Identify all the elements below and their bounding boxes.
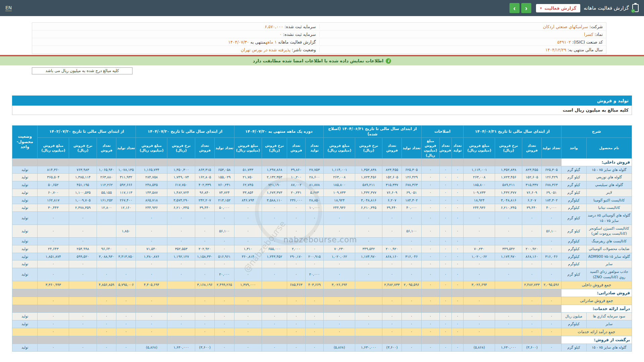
value-cell: ۲,۳۷۸,۳۵۹ <box>69 204 97 212</box>
status-cell <box>12 297 38 305</box>
value-cell: ۱۸۵,۸۰۰ <box>324 181 355 189</box>
value-cell: ۰ <box>136 328 167 336</box>
value-cell: ۰ <box>324 260 355 268</box>
value-cell: ۱,۲۴۳,۴۵۲ <box>262 253 287 260</box>
value-cell: ۰ <box>402 328 421 336</box>
value-cell: ۲۰۰,۹۱۵ <box>305 253 323 260</box>
value-cell: ۱۲,۱۶۰ <box>116 204 136 212</box>
next-report-button[interactable]: › <box>509 3 520 13</box>
production-sales-header: تولید و فروش <box>12 96 632 106</box>
column-group-header: از ابتدای سال مالی تا تاریخ ۱۴۰۳/۰۷/۳۰ <box>38 126 136 138</box>
value-cell: ۴,۴۰۵,۶۹۴ <box>136 281 167 289</box>
info-label: نماد: <box>593 32 603 37</box>
value-cell: ۰ <box>97 313 116 320</box>
value-cell: ۱,۷۲۳,۴۵۶ <box>355 174 382 181</box>
value-cell: ۷۱,۵۴۰ <box>136 245 167 253</box>
value-cell: ۰ <box>495 260 522 268</box>
status-cell: تولید <box>12 313 38 320</box>
value-cell: ۲۱۳,۱۵۲ <box>215 196 234 204</box>
value-cell: ۲۸,۸۵۰ <box>305 196 323 204</box>
value-cell: ۳۱۶,۰۴۶ <box>402 253 421 260</box>
value-cell: ۲۱,۷۵۰ <box>234 174 262 181</box>
value-cell: ۱,۰۷۸,۱۳۵ <box>116 166 136 174</box>
section-cell <box>522 305 542 313</box>
status-cell: تولید <box>12 320 38 328</box>
value-cell: ۰ <box>495 238 522 245</box>
info-label: گزارش فعالیت ماهانه <box>277 40 316 45</box>
value-cell: ۰ <box>305 313 323 320</box>
value-cell <box>97 260 116 268</box>
value-cell: ۲۴۲,۲۰۷ <box>195 196 215 204</box>
status-cell: تولید <box>12 245 38 253</box>
value-cell: ۰ <box>542 297 561 305</box>
section-cell <box>402 305 421 313</box>
value-cell: ۰ <box>464 212 495 225</box>
product-name-cell: ساير <box>586 320 632 328</box>
value-cell: ۰ <box>287 238 305 245</box>
section-cell <box>97 158 116 166</box>
column-header: تعداد تولید <box>542 138 561 159</box>
value-cell: ۱۴۳,۵۸۷ <box>136 189 167 196</box>
value-cell: ۰ <box>464 297 495 305</box>
section-cell <box>287 158 305 166</box>
section-label: درآمد ارائه خدمات: <box>561 305 632 313</box>
chevron-down-icon: ▾ <box>540 6 542 10</box>
value-cell: ۳۱۶,۰۴۶ <box>542 253 561 260</box>
value-cell: ۰ <box>402 344 421 351</box>
language-toggle-en[interactable]: EN <box>5 5 12 11</box>
info-value: ۵۴۹۱۰۲ <box>557 40 571 45</box>
value-cell: ۱۸۴,۳۰۲ <box>402 196 421 204</box>
status-cell: تولید <box>12 253 38 260</box>
report-type-dropdown[interactable]: گزارش فعالیت ▾ <box>536 4 580 12</box>
section-cell <box>324 336 355 344</box>
column-group-header: اصلاحات <box>421 126 464 138</box>
info-value: ۱۴۰۴/۰۷/۳۰ <box>228 40 249 45</box>
value-cell: ۰ <box>451 297 464 305</box>
section-cell <box>234 158 262 166</box>
section-cell <box>402 158 421 166</box>
value-cell: ۰ <box>167 320 195 328</box>
value-cell: ۰ <box>542 238 561 245</box>
value-cell: ۹۶,۸۴۰ <box>195 189 215 196</box>
prev-report-button[interactable]: ‹ <box>521 3 531 13</box>
column-header: نرخ فروش (ریال) <box>69 138 97 159</box>
value-cell: ۰ <box>195 212 215 225</box>
value-cell: ۰ <box>440 253 452 260</box>
value-cell: ۰ <box>355 212 382 225</box>
section-cell <box>305 336 323 344</box>
section-cell <box>355 336 382 344</box>
column-header: مبلغ فروش (میلیون ریال) <box>38 138 69 159</box>
value-cell: ۰ <box>136 212 167 225</box>
value-cell: ۸۴۶,۷۹۴ <box>234 196 262 204</box>
status-cell: تولید <box>12 166 38 174</box>
value-cell: ۳۹,۴۴۰ <box>195 204 215 212</box>
value-cell: ۰ <box>451 245 464 253</box>
product-name-cell: کاتاليست هاي ريفرمينگ <box>586 238 632 245</box>
value-cell: ۱,۳۵۲,۸۳۸ <box>495 166 522 174</box>
value-cell: ۰ <box>287 297 305 305</box>
value-cell: ۰ <box>305 328 323 336</box>
table-row: گلوله هاي سيليسيکیلو گرم۶۷۸,۳۶۳۳۱۵,۳۳۷۵۸… <box>12 181 632 189</box>
value-cell: ۰ <box>287 225 305 238</box>
value-cell: ۵۵,۱۵۵ <box>97 189 116 196</box>
value-cell: ۸۲۳,۴۵۵ <box>382 166 402 174</box>
value-cell: ۰ <box>287 268 305 281</box>
section-label: فروش صادراتی: <box>561 289 632 297</box>
product-name-cell: سود سرمايه گذاري ها <box>586 313 632 320</box>
column-group-header: از ابتدای سال مالی تا تاریخ ۱۴۰۴/۰۶/۳۱ <box>464 126 561 138</box>
value-cell: ۱۰۹,۷۳۳ <box>464 189 495 196</box>
section-cell <box>116 336 136 344</box>
section-cell <box>69 289 97 297</box>
column-header: تعداد فروش <box>522 138 542 159</box>
value-cell: ۰ <box>440 212 452 225</box>
section-cell <box>542 305 561 313</box>
info-field: نماد: کسرا <box>319 32 606 37</box>
value-cell: ۲۵۴,۹۹۸ <box>69 245 97 253</box>
value-cell <box>116 212 136 225</box>
section-cell <box>136 336 167 344</box>
value-cell: ۰ <box>440 297 452 305</box>
value-cell: ۰ <box>451 196 464 204</box>
value-cell: ۰ <box>542 268 561 281</box>
value-cell: ۵۰,۰۰۰ <box>215 204 234 212</box>
value-cell: ۰ <box>382 225 402 238</box>
